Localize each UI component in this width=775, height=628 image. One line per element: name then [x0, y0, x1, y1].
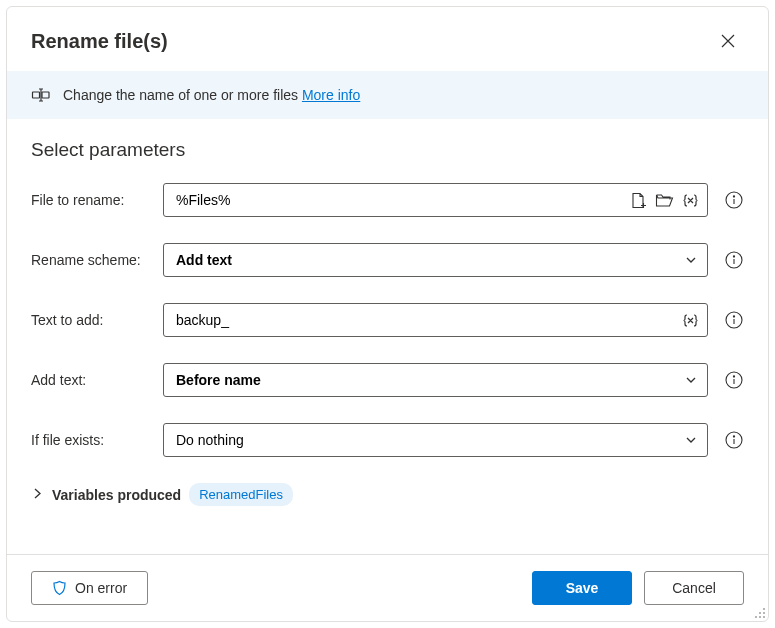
- rename-scheme-select[interactable]: Add text: [163, 243, 708, 277]
- svg-rect-0: [33, 92, 40, 98]
- variable-icon: [682, 312, 699, 329]
- folder-open-icon: [655, 192, 674, 209]
- help-text-to-add[interactable]: [724, 310, 744, 330]
- svg-point-16: [759, 616, 761, 618]
- variables-produced-label: Variables produced: [52, 487, 181, 503]
- svg-point-15: [755, 616, 757, 618]
- svg-point-13: [759, 612, 761, 614]
- rename-action-icon: [31, 85, 51, 105]
- svg-point-12: [763, 608, 765, 610]
- svg-point-9: [733, 376, 734, 377]
- label-add-text: Add text:: [31, 372, 153, 388]
- close-button[interactable]: [712, 25, 744, 57]
- dialog-content: Select parameters File to rename:: [7, 119, 768, 554]
- row-text-to-add: Text to add:: [31, 303, 744, 337]
- svg-point-11: [733, 436, 734, 437]
- rename-files-dialog: Rename file(s) Change the name of one or…: [6, 6, 769, 622]
- on-error-button[interactable]: On error: [31, 571, 148, 605]
- close-icon: [721, 34, 735, 48]
- variable-chip-renamed-files[interactable]: RenamedFiles: [189, 483, 293, 506]
- save-button[interactable]: Save: [532, 571, 632, 605]
- info-icon: [725, 311, 743, 329]
- add-text-select[interactable]: Before name: [163, 363, 708, 397]
- info-bar: Change the name of one or more files Mor…: [7, 71, 768, 119]
- variables-produced-row: Variables produced RenamedFiles: [31, 483, 744, 506]
- text-to-add-input[interactable]: [163, 303, 708, 337]
- svg-rect-1: [42, 92, 49, 98]
- label-file-to-rename: File to rename:: [31, 192, 153, 208]
- info-icon: [725, 191, 743, 209]
- row-add-text: Add text: Before name: [31, 363, 744, 397]
- svg-point-7: [733, 316, 734, 317]
- if-file-exists-select[interactable]: Do nothing: [163, 423, 708, 457]
- dialog-title: Rename file(s): [31, 30, 168, 53]
- info-text: Change the name of one or more files Mor…: [63, 87, 360, 103]
- label-rename-scheme: Rename scheme:: [31, 252, 153, 268]
- cancel-button[interactable]: Cancel: [644, 571, 744, 605]
- help-rename-scheme[interactable]: [724, 250, 744, 270]
- svg-point-5: [733, 256, 734, 257]
- info-icon: [725, 431, 743, 449]
- help-add-text[interactable]: [724, 370, 744, 390]
- chevron-right-icon: [31, 487, 44, 500]
- info-icon: [725, 371, 743, 389]
- svg-point-3: [733, 196, 734, 197]
- svg-point-14: [763, 612, 765, 614]
- row-file-to-rename: File to rename:: [31, 183, 744, 217]
- dialog-footer: On error Save Cancel: [7, 554, 768, 621]
- label-if-file-exists: If file exists:: [31, 432, 153, 448]
- file-add-icon: [630, 192, 647, 209]
- variables-expand-toggle[interactable]: [31, 487, 44, 503]
- help-file-to-rename[interactable]: [724, 190, 744, 210]
- section-title: Select parameters: [31, 139, 744, 161]
- label-text-to-add: Text to add:: [31, 312, 153, 328]
- svg-point-17: [763, 616, 765, 618]
- row-rename-scheme: Rename scheme: Add text: [31, 243, 744, 277]
- select-folder-button[interactable]: [654, 190, 674, 210]
- row-if-file-exists: If file exists: Do nothing: [31, 423, 744, 457]
- help-if-file-exists[interactable]: [724, 430, 744, 450]
- variable-picker-button[interactable]: [680, 190, 700, 210]
- dialog-header: Rename file(s): [7, 7, 768, 71]
- variable-picker-button-2[interactable]: [680, 310, 700, 330]
- select-file-button[interactable]: [628, 190, 648, 210]
- variable-icon: [682, 192, 699, 209]
- file-to-rename-input[interactable]: [163, 183, 708, 217]
- more-info-link[interactable]: More info: [302, 87, 360, 103]
- resize-grip[interactable]: [752, 605, 766, 619]
- shield-icon: [52, 580, 67, 596]
- info-icon: [725, 251, 743, 269]
